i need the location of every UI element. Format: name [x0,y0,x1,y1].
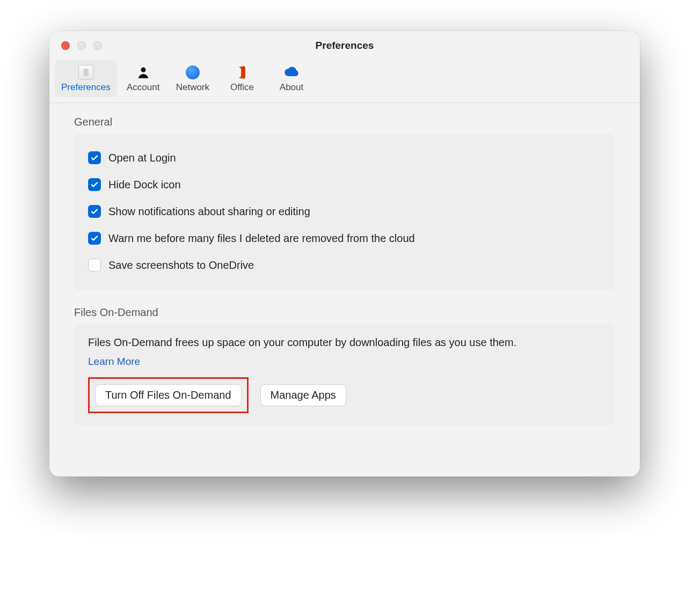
titlebar: Preferences [49,31,640,60]
toolbar: Preferences Account Network Office About [49,60,640,103]
tab-label: Account [127,82,159,93]
minimize-window-button[interactable] [77,41,86,50]
checkbox-warn-before-delete[interactable] [88,232,101,245]
network-icon [186,64,200,80]
highlight-annotation: Turn Off Files On-Demand [88,377,249,413]
files-on-demand-description: Files On-Demand frees up space on your c… [88,335,601,350]
close-window-button[interactable] [61,41,70,50]
section-title-files-on-demand: Files On-Demand [74,306,615,319]
checkbox-label: Show notifications about sharing or edit… [108,206,310,218]
check-icon [90,207,99,216]
option-save-screenshots: Save screenshots to OneDrive [88,252,601,278]
option-show-notifications: Show notifications about sharing or edit… [88,198,601,225]
tab-label: About [280,82,303,93]
option-warn-before-delete: Warn me before many files I deleted are … [88,225,601,252]
learn-more-link[interactable]: Learn More [88,356,140,368]
svg-point-0 [141,68,145,72]
tab-about[interactable]: About [268,60,315,97]
turn-off-files-on-demand-button[interactable]: Turn Off Files On-Demand [95,384,242,406]
zoom-window-button[interactable] [93,41,102,50]
content-area: General Open at Login Hide Dock icon Sho… [49,103,640,441]
tab-label: Office [230,82,254,93]
checkbox-open-at-login[interactable] [88,151,101,164]
check-icon [90,234,99,243]
files-on-demand-panel: Files On-Demand frees up space on your c… [74,324,615,425]
tab-office[interactable]: Office [219,60,265,97]
manage-apps-button[interactable]: Manage Apps [260,384,346,406]
general-panel: Open at Login Hide Dock icon Show notifi… [74,134,615,290]
checkbox-show-notifications[interactable] [88,205,101,218]
window-title: Preferences [49,40,640,52]
option-hide-dock-icon: Hide Dock icon [88,171,601,198]
cloud-icon [283,64,300,80]
checkbox-save-screenshots[interactable] [88,259,101,272]
preferences-icon [78,64,93,80]
checkbox-label: Save screenshots to OneDrive [108,259,254,272]
section-title-general: General [74,116,615,128]
button-row: Turn Off Files On-Demand Manage Apps [88,377,601,413]
tab-label: Preferences [61,82,111,93]
account-icon [136,64,150,80]
checkbox-label: Hide Dock icon [108,179,181,191]
tab-account[interactable]: Account [120,60,166,97]
tab-network[interactable]: Network [170,60,216,97]
option-open-at-login: Open at Login [88,144,601,171]
office-icon [236,64,249,80]
preferences-window: Preferences Preferences Account Network … [49,31,640,476]
tab-label: Network [176,82,209,93]
checkbox-hide-dock-icon[interactable] [88,178,101,191]
checkbox-label: Open at Login [108,152,176,164]
check-icon [90,153,99,162]
check-icon [90,180,99,189]
window-controls [61,41,102,50]
checkbox-label: Warn me before many files I deleted are … [108,232,415,245]
tab-preferences[interactable]: Preferences [55,60,117,97]
